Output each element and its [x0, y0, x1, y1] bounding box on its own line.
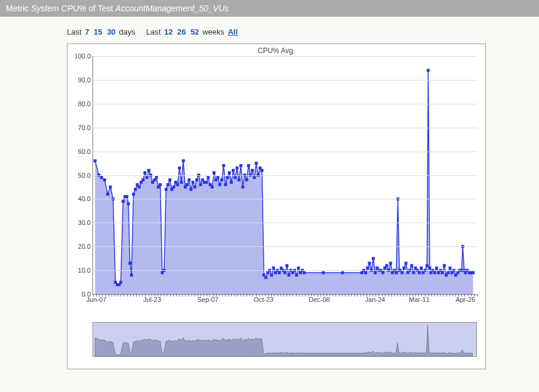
svg-rect-17	[132, 193, 135, 196]
svg-rect-55	[205, 181, 208, 184]
x-axis-labels: Jun-07Jul-23Sep-07Oct-23Dec-08Jan-24Mar-…	[93, 296, 477, 305]
svg-rect-46	[187, 178, 190, 181]
svg-rect-48	[192, 181, 195, 184]
svg-rect-113	[368, 262, 371, 265]
svg-rect-103	[297, 267, 300, 270]
range-all[interactable]: All	[227, 27, 239, 36]
svg-rect-80	[253, 176, 256, 179]
svg-rect-132	[402, 267, 405, 270]
svg-rect-146	[428, 267, 431, 270]
weeks-suffix: weeks	[202, 27, 226, 36]
svg-rect-40	[176, 183, 179, 186]
y-tick-label: 70.0	[68, 124, 91, 131]
svg-rect-23	[143, 171, 146, 174]
svg-rect-2	[100, 176, 103, 179]
svg-rect-102	[295, 274, 298, 277]
svg-rect-106	[303, 271, 306, 274]
svg-rect-127	[395, 271, 398, 274]
svg-rect-170	[472, 271, 475, 274]
y-tick-label: 60.0	[68, 148, 91, 155]
x-tick-label: Jan-24	[365, 296, 386, 303]
range-30-days[interactable]: 30	[106, 27, 116, 36]
svg-rect-140	[418, 271, 421, 274]
svg-rect-61	[216, 176, 219, 179]
svg-rect-76	[245, 178, 248, 181]
svg-rect-77	[247, 164, 250, 167]
svg-rect-35	[167, 183, 170, 186]
svg-rect-156	[446, 271, 449, 274]
days-suffix: days	[119, 27, 135, 36]
svg-rect-31	[159, 183, 162, 186]
svg-rect-111	[364, 271, 367, 274]
svg-rect-154	[443, 264, 446, 267]
last-days-label: Last	[67, 27, 84, 36]
svg-rect-122	[385, 264, 388, 267]
svg-rect-13	[125, 195, 128, 198]
svg-rect-52	[199, 183, 202, 186]
svg-rect-64	[222, 164, 225, 167]
x-tick-label: Sep-07	[197, 296, 218, 303]
svg-rect-136	[410, 264, 413, 267]
chart-plot-area[interactable]: 0.010.020.030.040.050.060.070.080.090.01…	[93, 56, 477, 295]
range-12-weeks[interactable]: 12	[163, 27, 174, 36]
svg-rect-74	[241, 186, 244, 189]
svg-rect-137	[412, 271, 415, 274]
header-mid: of Test	[87, 4, 116, 13]
svg-rect-42	[180, 181, 183, 184]
y-tick-label: 80.0	[68, 100, 91, 107]
metric-name: System CPU%	[31, 4, 87, 13]
range-52-weeks[interactable]: 52	[189, 27, 200, 36]
svg-rect-66	[226, 176, 229, 179]
svg-rect-79	[251, 169, 254, 172]
header-prefix: Metric	[6, 4, 31, 13]
svg-rect-5	[109, 186, 112, 189]
svg-rect-86	[264, 276, 267, 279]
x-tick-label: Oct-23	[254, 296, 273, 303]
svg-rect-10	[119, 281, 122, 284]
range-15-days[interactable]: 15	[93, 27, 103, 36]
svg-rect-97	[285, 264, 288, 267]
svg-rect-3	[103, 178, 106, 181]
range-controls: Last 7 15 30 days Last 12 26 52 weeks Al…	[0, 17, 539, 44]
svg-rect-131	[401, 271, 404, 274]
svg-rect-89	[270, 274, 273, 277]
svg-rect-47	[189, 188, 192, 191]
svg-rect-84	[260, 169, 263, 172]
page-header: Metric System CPU% of Test AccountManage…	[0, 0, 539, 17]
svg-rect-115	[372, 257, 375, 260]
range-7-days[interactable]: 7	[84, 27, 90, 36]
svg-rect-24	[146, 176, 149, 179]
svg-rect-70	[233, 176, 236, 179]
svg-rect-145	[427, 69, 430, 72]
y-tick-label: 100.0	[68, 53, 91, 60]
svg-rect-22	[141, 178, 144, 181]
chart-container: CPU% Avg. 0.010.020.030.040.050.060.070.…	[67, 44, 486, 369]
svg-rect-149	[433, 271, 436, 274]
range-26-weeks[interactable]: 26	[176, 27, 187, 36]
svg-rect-11	[122, 200, 125, 203]
svg-rect-43	[182, 159, 185, 162]
svg-rect-20	[138, 186, 141, 189]
y-tick-label: 40.0	[68, 195, 91, 202]
svg-rect-69	[232, 169, 235, 172]
svg-rect-157	[448, 267, 451, 270]
last-weeks-label: Last	[146, 27, 163, 36]
svg-rect-71	[236, 166, 239, 169]
svg-rect-45	[186, 183, 189, 186]
svg-rect-38	[173, 186, 175, 189]
svg-rect-124	[389, 262, 392, 265]
svg-rect-41	[178, 166, 181, 169]
svg-rect-144	[426, 264, 429, 267]
svg-rect-116	[374, 271, 377, 274]
svg-rect-65	[224, 183, 227, 186]
svg-rect-120	[381, 271, 384, 274]
svg-rect-29	[155, 176, 158, 179]
svg-rect-16	[130, 274, 133, 277]
overview-strip[interactable]	[93, 322, 477, 357]
svg-rect-18	[134, 188, 137, 191]
svg-rect-4	[106, 193, 109, 196]
svg-rect-81	[255, 162, 258, 165]
svg-rect-50	[195, 178, 198, 181]
svg-rect-58	[211, 186, 214, 189]
y-tick-label: 30.0	[68, 219, 91, 226]
